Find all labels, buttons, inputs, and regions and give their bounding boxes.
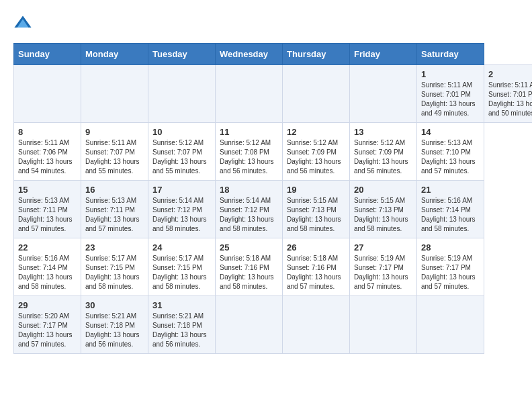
day-number: 11 (220, 127, 278, 137)
day-number: 19 (287, 185, 345, 195)
cell-info: Sunrise: 5:12 AMSunset: 7:07 PMDaylight:… (152, 138, 211, 176)
calendar-week-2: 8Sunrise: 5:11 AMSunset: 7:06 PMDaylight… (14, 123, 533, 181)
calendar-cell (14, 65, 81, 123)
calendar-week-5: 29Sunrise: 5:20 AMSunset: 7:17 PMDayligh… (14, 296, 533, 354)
day-number: 21 (421, 185, 480, 195)
cell-info: Sunrise: 5:17 AMSunset: 7:15 PMDaylight:… (85, 254, 144, 291)
day-number: 14 (421, 127, 480, 137)
cell-info: Sunrise: 5:13 AMSunset: 7:10 PMDaylight:… (421, 138, 480, 176)
day-number: 22 (18, 242, 77, 253)
cell-info: Sunrise: 5:21 AMSunset: 7:18 PMDaylight:… (152, 312, 211, 349)
day-number: 1 (421, 69, 480, 79)
cell-info: Sunrise: 5:19 AMSunset: 7:17 PMDaylight:… (421, 254, 480, 291)
calendar-cell: 12Sunrise: 5:12 AMSunset: 7:09 PMDayligh… (283, 123, 350, 181)
calendar-cell: 8Sunrise: 5:11 AMSunset: 7:06 PMDaylight… (14, 123, 81, 181)
calendar-cell: 29Sunrise: 5:20 AMSunset: 7:17 PMDayligh… (14, 296, 81, 354)
day-number: 12 (287, 127, 345, 137)
cell-info: Sunrise: 5:11 AMSunset: 7:01 PMDaylight:… (488, 81, 532, 118)
logo-icon (13, 13, 32, 32)
calendar-cell: 1Sunrise: 5:11 AMSunset: 7:01 PMDaylight… (417, 65, 484, 123)
cell-info: Sunrise: 5:12 AMSunset: 7:09 PMDaylight:… (354, 138, 412, 176)
weekday-header-friday: Friday (350, 44, 417, 65)
calendar-cell: 17Sunrise: 5:14 AMSunset: 7:12 PMDayligh… (148, 181, 216, 238)
cell-info: Sunrise: 5:18 AMSunset: 7:16 PMDaylight:… (220, 254, 278, 291)
cell-info: Sunrise: 5:14 AMSunset: 7:12 PMDaylight:… (152, 196, 211, 234)
day-number: 8 (18, 127, 77, 137)
day-number: 28 (421, 242, 480, 253)
calendar-cell: 2Sunrise: 5:11 AMSunset: 7:01 PMDaylight… (484, 65, 533, 123)
calendar-cell: 26Sunrise: 5:18 AMSunset: 7:16 PMDayligh… (283, 238, 350, 296)
calendar-cell: 22Sunrise: 5:16 AMSunset: 7:14 PMDayligh… (14, 238, 81, 296)
weekday-header-sunday: Sunday (14, 44, 81, 65)
day-number: 24 (152, 242, 211, 253)
calendar-table: SundayMondayTuesdayWednesdayThursdayFrid… (13, 43, 532, 354)
calendar-cell: 20Sunrise: 5:15 AMSunset: 7:13 PMDayligh… (350, 181, 417, 238)
day-number: 10 (152, 127, 211, 137)
cell-info: Sunrise: 5:11 AMSunset: 7:07 PMDaylight:… (85, 138, 144, 176)
calendar-cell: 11Sunrise: 5:12 AMSunset: 7:08 PMDayligh… (216, 123, 283, 181)
calendar-cell: 23Sunrise: 5:17 AMSunset: 7:15 PMDayligh… (81, 238, 148, 296)
calendar-cell: 10Sunrise: 5:12 AMSunset: 7:07 PMDayligh… (148, 123, 216, 181)
day-number: 25 (220, 242, 278, 253)
cell-info: Sunrise: 5:19 AMSunset: 7:17 PMDaylight:… (354, 254, 412, 291)
calendar-cell (350, 65, 417, 123)
day-number: 13 (354, 127, 412, 137)
day-number: 29 (18, 300, 77, 310)
day-number: 31 (152, 300, 211, 310)
calendar-cell: 21Sunrise: 5:16 AMSunset: 7:14 PMDayligh… (417, 181, 484, 238)
cell-info: Sunrise: 5:12 AMSunset: 7:09 PMDaylight:… (287, 138, 345, 176)
calendar-cell (81, 65, 148, 123)
weekday-header-tuesday: Tuesday (148, 44, 216, 65)
cell-info: Sunrise: 5:13 AMSunset: 7:11 PMDaylight:… (85, 196, 144, 234)
calendar-cell: 28Sunrise: 5:19 AMSunset: 7:17 PMDayligh… (417, 238, 484, 296)
calendar-cell (148, 65, 216, 123)
cell-info: Sunrise: 5:15 AMSunset: 7:13 PMDaylight:… (287, 196, 345, 234)
day-number: 20 (354, 185, 412, 195)
calendar-cell: 25Sunrise: 5:18 AMSunset: 7:16 PMDayligh… (216, 238, 283, 296)
cell-info: Sunrise: 5:12 AMSunset: 7:08 PMDaylight:… (220, 138, 278, 176)
day-number: 16 (85, 185, 144, 195)
logo (13, 13, 34, 32)
calendar-week-1: 1Sunrise: 5:11 AMSunset: 7:01 PMDaylight… (14, 65, 533, 123)
cell-info: Sunrise: 5:20 AMSunset: 7:17 PMDaylight:… (18, 312, 77, 349)
calendar-cell: 13Sunrise: 5:12 AMSunset: 7:09 PMDayligh… (350, 123, 417, 181)
calendar-cell: 30Sunrise: 5:21 AMSunset: 7:18 PMDayligh… (81, 296, 148, 354)
calendar-cell: 24Sunrise: 5:17 AMSunset: 7:15 PMDayligh… (148, 238, 216, 296)
day-number: 26 (287, 242, 345, 253)
calendar-cell: 14Sunrise: 5:13 AMSunset: 7:10 PMDayligh… (417, 123, 484, 181)
day-number: 15 (18, 185, 77, 195)
weekday-header-row: SundayMondayTuesdayWednesdayThursdayFrid… (14, 44, 533, 65)
day-number: 2 (488, 69, 532, 79)
page-header (13, 13, 519, 32)
calendar-cell (216, 296, 283, 354)
calendar-cell: 27Sunrise: 5:19 AMSunset: 7:17 PMDayligh… (350, 238, 417, 296)
calendar-cell (216, 65, 283, 123)
cell-info: Sunrise: 5:18 AMSunset: 7:16 PMDaylight:… (287, 254, 345, 291)
cell-info: Sunrise: 5:17 AMSunset: 7:15 PMDaylight:… (152, 254, 211, 291)
cell-info: Sunrise: 5:15 AMSunset: 7:13 PMDaylight:… (354, 196, 412, 234)
calendar-cell (283, 296, 350, 354)
calendar-cell (350, 296, 417, 354)
calendar-cell: 9Sunrise: 5:11 AMSunset: 7:07 PMDaylight… (81, 123, 148, 181)
weekday-header-monday: Monday (81, 44, 148, 65)
calendar-cell (283, 65, 350, 123)
day-number: 9 (85, 127, 144, 137)
calendar-cell: 19Sunrise: 5:15 AMSunset: 7:13 PMDayligh… (283, 181, 350, 238)
day-number: 23 (85, 242, 144, 253)
weekday-header-wednesday: Wednesday (216, 44, 283, 65)
cell-info: Sunrise: 5:16 AMSunset: 7:14 PMDaylight:… (18, 254, 77, 291)
weekday-header-saturday: Saturday (417, 44, 484, 65)
calendar-cell (417, 296, 484, 354)
cell-info: Sunrise: 5:16 AMSunset: 7:14 PMDaylight:… (421, 196, 480, 234)
calendar-cell: 15Sunrise: 5:13 AMSunset: 7:11 PMDayligh… (14, 181, 81, 238)
calendar-cell: 31Sunrise: 5:21 AMSunset: 7:18 PMDayligh… (148, 296, 216, 354)
calendar-week-4: 22Sunrise: 5:16 AMSunset: 7:14 PMDayligh… (14, 238, 533, 296)
weekday-header-thursday: Thursday (283, 44, 350, 65)
day-number: 30 (85, 300, 144, 310)
cell-info: Sunrise: 5:14 AMSunset: 7:12 PMDaylight:… (220, 196, 278, 234)
calendar-week-3: 15Sunrise: 5:13 AMSunset: 7:11 PMDayligh… (14, 181, 533, 238)
cell-info: Sunrise: 5:11 AMSunset: 7:01 PMDaylight:… (421, 81, 480, 118)
calendar-cell: 16Sunrise: 5:13 AMSunset: 7:11 PMDayligh… (81, 181, 148, 238)
calendar-cell: 18Sunrise: 5:14 AMSunset: 7:12 PMDayligh… (216, 181, 283, 238)
cell-info: Sunrise: 5:21 AMSunset: 7:18 PMDaylight:… (85, 312, 144, 349)
